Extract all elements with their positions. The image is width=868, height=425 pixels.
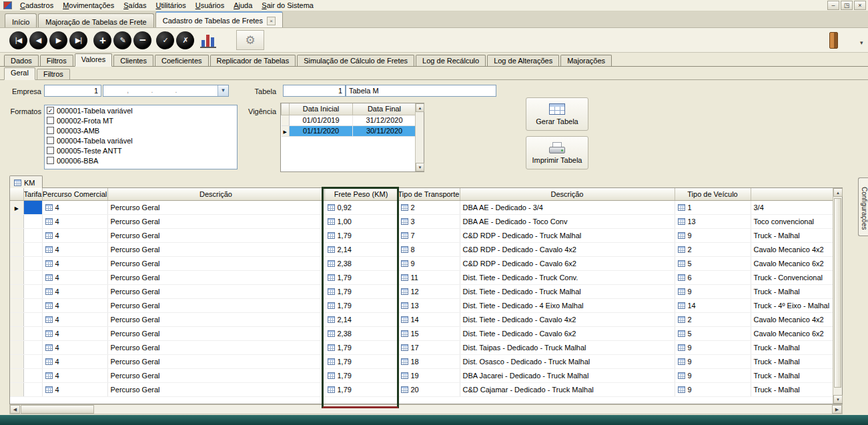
cell-tarifa[interactable] [23,326,42,340]
grid-row[interactable]: 4 Percurso Geral 1,79 18 Dist. Osasco - … [10,354,833,368]
cell-veiculo-desc[interactable]: Cavalo Mecanico 4x2 [751,242,833,256]
cell-tipo-transporte[interactable]: 8 [398,242,460,256]
document-tab[interactable]: Início × [5,13,37,27]
cell-frete-peso[interactable]: 1,79 [324,368,398,382]
grid-row[interactable]: 4 Percurso Geral 1,79 19 DBA Jacarei - D… [10,368,833,382]
cell-tipo-veiculo[interactable]: 6 [675,270,751,284]
cell-tarifa[interactable] [23,382,42,396]
page-tab[interactable]: Simulação de Cálculo de Fretes [297,55,414,66]
menu-item[interactable]: Sair do Sistema [257,1,318,10]
cell-tarifa[interactable] [23,340,42,354]
formato-item[interactable]: 000006-BBA [45,155,237,165]
cell-tipo-transporte[interactable]: 15 [398,326,460,340]
cell-transporte-desc[interactable]: C&D RDP - Dedicado - Cavalo 6x2 [460,256,675,270]
checkbox-icon[interactable] [47,137,54,144]
cell-transporte-desc[interactable]: Dist. Osasco - Dedicado - Truck Malhal [460,354,675,368]
cell-transporte-desc[interactable]: Dist. Tiete - Dedicado - Truck Malhal [460,284,675,298]
cell-tipo-veiculo[interactable]: 14 [675,298,751,312]
cell-veiculo-desc[interactable]: Truck - Malhal [751,368,833,382]
checkbox-icon[interactable] [47,157,54,164]
cell-tipo-transporte[interactable]: 2 [398,200,460,214]
cell-tipo-transporte[interactable]: 18 [398,354,460,368]
vigencia-row[interactable]: 01/01/2019 31/12/2020 [282,115,416,125]
cell-tipo-transporte[interactable]: 17 [398,340,460,354]
menu-item[interactable]: Utilitários [151,1,190,10]
cell-tipo-transporte[interactable]: 13 [398,298,460,312]
checkbox-icon[interactable] [47,107,54,114]
cell-percurso-desc[interactable]: Percurso Geral [107,214,324,228]
settings-button[interactable]: ⚙ [236,30,264,50]
cell-tipo-veiculo[interactable]: 13 [675,214,751,228]
page-tab[interactable]: Replicador de Tabelas [210,55,296,66]
cell-percurso[interactable]: 4 [42,200,107,214]
grid-row[interactable]: 4 Percurso Geral 1,79 11 Dist. Tiete - D… [10,270,833,284]
cell-tipo-veiculo[interactable]: 9 [675,284,751,298]
cell-veiculo-desc[interactable]: Truck - 4º Eixo - Malhal [751,298,833,312]
grid-row[interactable]: 4 Percurso Geral 1,79 13 Dist. Tiete - D… [10,298,833,312]
cell-percurso[interactable]: 4 [42,298,107,312]
cell-tipo-veiculo[interactable]: 5 [675,256,751,270]
cell-tipo-veiculo[interactable]: 9 [675,340,751,354]
cell-percurso[interactable]: 4 [42,228,107,242]
cell-tarifa[interactable] [23,284,42,298]
cell-frete-peso[interactable]: 1,79 [324,270,398,284]
cell-percurso[interactable]: 4 [42,368,107,382]
col-veiculo-desc[interactable] [751,188,833,200]
cell-transporte-desc[interactable]: Dist. Tiete - Dedicado - Cavalo 6x2 [460,326,675,340]
cell-tipo-veiculo[interactable]: 9 [675,368,751,382]
cell-percurso[interactable]: 4 [42,242,107,256]
cell-percurso[interactable]: 4 [42,340,107,354]
tab-close-icon[interactable]: × [267,17,276,25]
menu-item[interactable]: Usuários [191,1,229,10]
vigencia-row[interactable]: 01/11/2020 30/11/2020 [282,125,416,136]
grid-row[interactable]: 4 Percurso Geral 1,79 12 Dist. Tiete - D… [10,284,833,298]
last-record-button[interactable]: ▶| [69,31,87,49]
cell-tipo-veiculo[interactable]: 9 [675,382,751,396]
cell-transporte-desc[interactable]: Dist. Tiete - Dedicado - Cavalo 4x2 [460,312,675,326]
cell-percurso-desc[interactable]: Percurso Geral [107,354,324,368]
cell-percurso-desc[interactable]: Percurso Geral [107,270,324,284]
cell-tipo-transporte[interactable]: 11 [398,270,460,284]
grid-row[interactable]: 4 Percurso Geral 1,79 20 C&D Cajamar - D… [10,382,833,396]
edit-record-button[interactable]: ✎ [113,31,131,49]
cell-percurso-desc[interactable]: Percurso Geral [107,340,324,354]
cell-percurso[interactable]: 4 [42,382,107,396]
cell-tarifa[interactable] [23,312,42,326]
page-tab[interactable]: Log de Recálculo [416,55,486,66]
tabela-name-input[interactable] [346,85,496,97]
scroll-down-icon[interactable]: ▼ [833,395,843,404]
confirm-button[interactable]: ✓ [156,31,174,49]
cell-transporte-desc[interactable]: DBA Jacarei - Dedicado - Truck Malhal [460,368,675,382]
cell-tipo-transporte[interactable]: 12 [398,284,460,298]
col-tipo-transporte[interactable]: Tipo de Transporte [398,188,460,200]
cell-tipo-veiculo[interactable]: 5 [675,326,751,340]
checkbox-icon[interactable] [47,117,54,124]
cell-percurso-desc[interactable]: Percurso Geral [107,368,324,382]
grid-row[interactable]: 4 Percurso Geral 2,14 14 Dist. Tiete - D… [10,312,833,326]
col-descricao-transporte[interactable]: Descrição [460,188,675,200]
delete-record-button[interactable]: − [133,31,151,49]
document-tab[interactable]: Majoração de Tabelas de Frete × [38,13,153,27]
page-tab[interactable]: Majorações [560,55,612,66]
page-tab[interactable]: Clientes [113,55,153,66]
gerar-tabela-button[interactable]: Gerar Tabela [526,97,588,131]
menu-item[interactable]: Saídas [119,1,151,10]
tab-km[interactable]: KM [9,175,43,188]
sub-tab[interactable]: Filtros [37,69,70,79]
formato-item[interactable]: 000003-AMB [45,125,237,135]
vigencia-col-data-inicial[interactable]: Data Inicial [290,103,353,115]
cell-tipo-veiculo[interactable]: 9 [675,354,751,368]
cell-veiculo-desc[interactable]: Truck - Malhal [751,284,833,298]
cell-percurso-desc[interactable]: Percurso Geral [107,256,324,270]
empresa-combo[interactable]: , . . ▾ [103,85,229,97]
cell-frete-peso[interactable]: 2,38 [324,326,398,340]
col-percurso-comercial[interactable]: Percurso Comercial [42,188,107,200]
grid-row[interactable]: 4 Percurso Geral 1,79 7 C&D RDP - Dedica… [10,228,833,242]
cell-transporte-desc[interactable]: Dist. Tiete - Dedicado - 4 Eixo Malhal [460,298,675,312]
cell-transporte-desc[interactable]: DBA AE - Dedicado - Toco Conv [460,214,675,228]
formato-item[interactable]: 000001-Tabela variável [45,105,237,115]
cell-tipo-transporte[interactable]: 19 [398,368,460,382]
cell-veiculo-desc[interactable]: Truck - Convencional [751,270,833,284]
next-record-button[interactable]: ▶ [49,31,67,49]
cell-veiculo-desc[interactable]: Cavalo Mecanico 4x2 [751,312,833,326]
